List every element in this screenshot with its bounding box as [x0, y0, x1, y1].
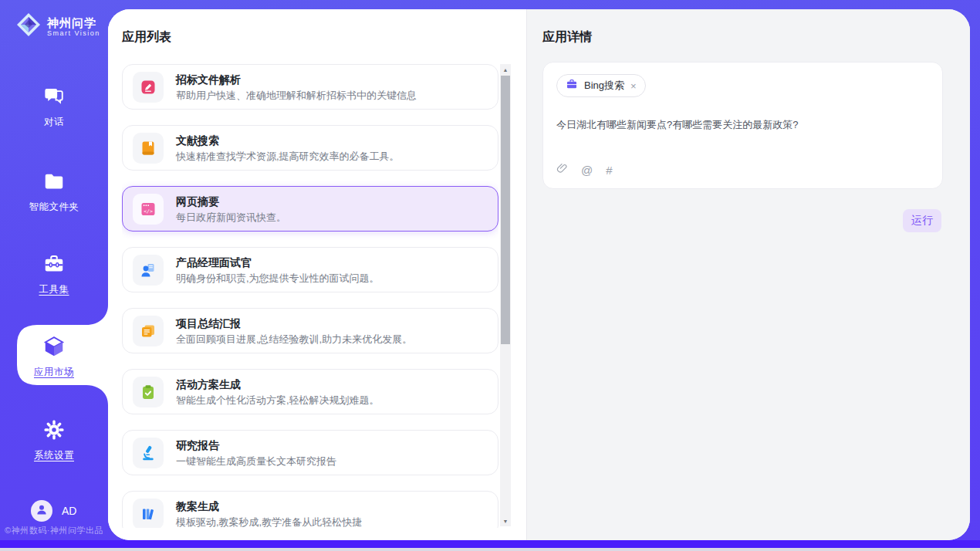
- sidebar-item-label: 工具集: [0, 283, 108, 296]
- hash-icon[interactable]: #: [606, 164, 612, 177]
- sidebar-item-chat[interactable]: 对话: [0, 85, 108, 129]
- composer-toolbar: @ #: [556, 162, 613, 178]
- app-card-description: 一键智能生成高质量长文本研究报告: [176, 455, 336, 467]
- tool-tag-bing-search[interactable]: Bing搜索 ×: [556, 74, 646, 97]
- user-account[interactable]: AD: [31, 500, 76, 522]
- sidebar-item-toolset[interactable]: 工具集: [0, 252, 108, 296]
- app-card-description: 全面回顾项目进展,总结经验教训,助力未来优化发展。: [176, 333, 412, 345]
- app-detail-title: 应用详情: [542, 29, 592, 46]
- sidebar-item-label: 系统设置: [0, 449, 108, 462]
- microscope-icon: [133, 438, 164, 468]
- app-card-pm-interviewer[interactable]: 产品经理面试官 明确身份和职责,为您提供专业性的面试问题。: [122, 247, 498, 292]
- app-window: 神州问学 Smart Vision 对话 智能文件夹: [0, 0, 980, 551]
- scrollbar-down-icon[interactable]: ▼: [500, 516, 511, 526]
- sidebar-item-settings[interactable]: 系统设置: [0, 418, 108, 462]
- svg-text:</>: </>: [144, 208, 153, 215]
- app-card-description: 明确身份和职责,为您提供专业性的面试问题。: [176, 272, 380, 284]
- app-list-title: 应用列表: [122, 29, 171, 46]
- sidebar-item-label: 应用市场: [0, 366, 108, 379]
- app-card-research-report[interactable]: 研究报告 一键智能生成高质量长文本研究报告: [122, 430, 498, 475]
- app-card-description: 帮助用户快速、准确地理解和解析招标书中的关键信息: [176, 90, 417, 101]
- webpage-code-icon: </>: [133, 194, 164, 225]
- book-icon: [133, 133, 164, 164]
- app-card-webpage-summary[interactable]: </> 网页摘要 每日政府新闻资讯快查。: [122, 186, 498, 232]
- app-card-name: 研究报告: [176, 439, 336, 452]
- app-card-name: 教案生成: [176, 500, 362, 513]
- toolbox-icon: [42, 252, 66, 276]
- app-card-name: 活动方案生成: [176, 378, 380, 391]
- main-content: 应用列表 招标文件解析 帮助用户快速、准确地理解和解析招标书中的关键信息: [108, 9, 970, 540]
- app-card-description: 智能生成个性化活动方案,轻松解决规划难题。: [176, 394, 380, 406]
- app-card-project-summary[interactable]: 项目总结汇报 全面回顾项目进展,总结经验教训,助力未来优化发展。: [122, 308, 498, 353]
- gear-icon: [42, 418, 66, 441]
- app-detail-panel: 应用详情 Bing搜索 × 今日湖北有哪些新闻要点?有哪些需要关注的最新政策?: [527, 9, 970, 540]
- prompt-input[interactable]: 今日湖北有哪些新闻要点?有哪些需要关注的最新政策?: [556, 118, 929, 132]
- app-card-name: 产品经理面试官: [176, 256, 380, 269]
- person-icon: [35, 502, 49, 519]
- document-edit-icon: [133, 72, 164, 103]
- sidebar: 神州问学 Smart Vision 对话 智能文件夹: [0, 0, 108, 540]
- bottom-edge-strip: [0, 548, 980, 551]
- books-icon: [133, 499, 164, 529]
- cube-icon: [42, 335, 66, 358]
- brand-name: 神州问学: [47, 16, 100, 29]
- sidebar-item-app-market[interactable]: 应用市场: [0, 335, 108, 379]
- run-button[interactable]: 运行: [903, 209, 941, 232]
- app-card-name: 文献搜索: [176, 134, 400, 147]
- clipboard-check-icon: [133, 377, 164, 407]
- diamond-gem-icon: [15, 12, 42, 41]
- sidebar-item-smart-folder[interactable]: 智能文件夹: [0, 170, 108, 214]
- app-list: 招标文件解析 帮助用户快速、准确地理解和解析招标书中的关键信息 文献搜索: [122, 64, 498, 528]
- folder-icon: [42, 170, 66, 193]
- app-card-name: 网页摘要: [176, 195, 286, 208]
- app-card-description: 快速精准查找学术资源,提高研究效率的必备工具。: [176, 150, 400, 162]
- paperclip-icon[interactable]: [556, 162, 568, 178]
- tool-tag-label: Bing搜索: [584, 79, 624, 93]
- sidebar-item-label: 智能文件夹: [0, 201, 108, 214]
- prompt-card: Bing搜索 × 今日湖北有哪些新闻要点?有哪些需要关注的最新政策? @ #: [542, 62, 943, 189]
- app-card-name: 项目总结汇报: [176, 317, 412, 330]
- app-card-description: 每日政府新闻资讯快查。: [176, 211, 286, 223]
- user-initials: AD: [62, 505, 76, 517]
- close-icon[interactable]: ×: [630, 81, 637, 91]
- bottom-accent-bar: [0, 540, 980, 548]
- sidebar-item-label: 对话: [0, 116, 108, 129]
- avatar: [31, 500, 52, 522]
- app-card-literature-search[interactable]: 文献搜索 快速精准查找学术资源,提高研究效率的必备工具。: [122, 125, 498, 171]
- app-card-description: 模板驱动,教案秒成,教学准备从此轻松快捷: [176, 516, 362, 528]
- sticky-notes-icon: [133, 316, 164, 346]
- scrollbar-track[interactable]: ▲ ▼: [500, 64, 511, 526]
- interviewer-icon: [133, 255, 164, 286]
- app-list-panel: 应用列表 招标文件解析 帮助用户快速、准确地理解和解析招标书中的关键信息: [108, 9, 527, 540]
- app-card-bid-document-parse[interactable]: 招标文件解析 帮助用户快速、准确地理解和解析招标书中的关键信息: [122, 64, 498, 110]
- brand-subtitle: Smart Vision: [47, 29, 100, 37]
- scrollbar-thumb[interactable]: [501, 76, 510, 344]
- mention-icon[interactable]: @: [581, 164, 593, 177]
- brand-logo: 神州问学 Smart Vision: [15, 12, 100, 41]
- app-card-name: 招标文件解析: [176, 73, 417, 86]
- copyright-text: ©神州数码·神州问学出品: [0, 525, 108, 536]
- scrollbar-up-icon[interactable]: ▲: [500, 64, 511, 75]
- app-card-lesson-plan[interactable]: 教案生成 模板驱动,教案秒成,教学准备从此轻松快捷: [122, 491, 498, 528]
- chat-icon: [42, 85, 66, 108]
- app-card-event-plan[interactable]: 活动方案生成 智能生成个性化活动方案,轻松解决规划难题。: [122, 369, 498, 414]
- briefcase-icon: [566, 78, 578, 93]
